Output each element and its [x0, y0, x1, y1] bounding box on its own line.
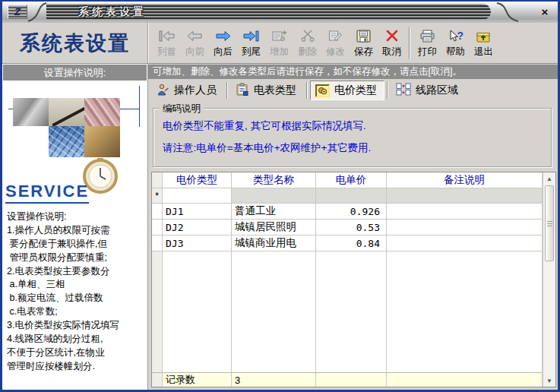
tab-separator — [226, 82, 228, 99]
grid-cell[interactable] — [163, 188, 232, 204]
grid-cell-type[interactable]: DJ1 — [163, 204, 232, 220]
add-record-icon — [265, 26, 293, 46]
row-selector[interactable] — [152, 236, 163, 251]
window-title: 系统表设置 — [78, 5, 147, 19]
toolbar-label: 向前 — [185, 46, 204, 57]
toolbar-label: 打印 — [418, 46, 437, 57]
grid-cell[interactable] — [316, 188, 387, 204]
footer-empty-cell — [316, 372, 387, 387]
meter-clipboard-icon — [236, 83, 249, 98]
go-last-button[interactable]: 到尾 — [237, 26, 265, 58]
grid-cell[interactable] — [387, 188, 543, 204]
grid-cell-note[interactable] — [387, 236, 543, 251]
print-icon — [413, 26, 441, 46]
grid-cell-note[interactable] — [387, 204, 543, 220]
grid-header-row: 电价类型 类型名称 电单价 备注说明 — [152, 172, 543, 188]
grid-cell-price[interactable]: 0.53 — [316, 220, 387, 236]
tab-label: 电价类型 — [334, 84, 377, 97]
tab-label: 操作人员 — [174, 84, 217, 97]
print-button[interactable]: 打印 — [413, 26, 441, 58]
line-area-icon — [396, 83, 411, 98]
titlebar-strip: 系统表设置 — [46, 4, 491, 20]
table-row[interactable]: DJ2 城镇居民照明 0.53 — [152, 220, 543, 236]
grid-cell-name[interactable]: 普通工业 — [232, 204, 316, 220]
go-previous-icon — [181, 26, 209, 46]
go-previous-button[interactable]: 向前 — [181, 26, 209, 58]
cancel-button[interactable]: 取消 — [378, 26, 406, 58]
tab-price-types[interactable]: 电价类型 — [310, 81, 384, 100]
operator-person-icon — [157, 84, 169, 98]
grid-cell-price[interactable]: 0.84 — [316, 236, 387, 251]
keyboard-photo-tile — [49, 126, 84, 157]
table-row[interactable]: DJ3 城镇商业用电 0.84 — [152, 236, 543, 251]
sidebar-header: 设置操作说明: — [3, 65, 147, 81]
scroll-down-button[interactable]: ▼ — [543, 375, 555, 387]
titlebar-curve-right — [494, 2, 520, 23]
service-label: SERVICE — [5, 182, 89, 204]
groupbox-note-line1: 电价类型不能重复, 其它可根据实际情况填写. — [163, 119, 545, 133]
grid-cell-name[interactable]: 城镇商业用电 — [232, 236, 316, 251]
pen-shape — [52, 106, 84, 126]
footer-empty-cell — [387, 372, 543, 387]
grid-cell[interactable] — [232, 188, 316, 204]
close-button[interactable]: × — [538, 5, 552, 19]
vertical-scrollbar[interactable]: ▲ ▼ — [543, 172, 555, 387]
table-row[interactable]: DJ1 普通工业 0.926 — [152, 204, 543, 220]
new-row-marker: * — [152, 188, 163, 204]
grid-filler-cell — [163, 251, 232, 372]
grid-empty-area — [152, 251, 543, 372]
grid-cell-price[interactable]: 0.926 — [316, 204, 387, 220]
exit-button[interactable]: 退出 — [470, 26, 498, 58]
tab-line-areas[interactable]: 线路区域 — [391, 80, 466, 101]
toolbar-label: 向后 — [214, 46, 233, 57]
app-window: Z 系统表设置 × 系统表设置 到首 向前 向后 — [0, 0, 560, 392]
go-last-icon — [237, 26, 265, 46]
grid-filler-cell — [387, 251, 543, 372]
column-header: 备注说明 — [387, 172, 543, 188]
go-first-icon — [153, 26, 181, 46]
tab-label: 电表类型 — [254, 84, 296, 97]
toolbar-label: 增加 — [270, 46, 289, 57]
cancel-icon — [378, 26, 406, 46]
service-collage-image: SERVICE — [2, 92, 147, 204]
scrollbar-track[interactable] — [543, 262, 555, 375]
grid-filler-cell — [152, 251, 163, 372]
go-first-button[interactable]: 到首 — [153, 26, 181, 58]
app-logo-icon: Z — [8, 5, 27, 19]
row-selector-header — [152, 172, 163, 188]
row-selector[interactable] — [152, 220, 163, 236]
footer-selector-cell — [152, 372, 163, 387]
tab-meter-types[interactable]: 电表类型 — [230, 80, 304, 101]
groupbox-title: 编码说明 — [160, 103, 204, 115]
price-money-icon — [315, 84, 330, 97]
modify-record-button[interactable]: 修改 — [321, 26, 350, 58]
scroll-up-button[interactable]: ▲ — [543, 172, 555, 185]
grid-cell-name[interactable]: 城镇居民照明 — [232, 220, 316, 236]
column-header: 电价类型 — [163, 172, 232, 188]
new-record-row[interactable]: * — [152, 188, 543, 204]
grid-cell-type[interactable]: DJ3 — [163, 236, 232, 251]
save-button[interactable]: 保存 — [350, 26, 378, 58]
delete-record-icon — [293, 26, 321, 46]
scrollbar-thumb[interactable] — [545, 185, 554, 261]
coding-instructions-groupbox: 编码说明 电价类型不能重复, 其它可根据实际情况填写. 请注意:电单价=基本电价… — [153, 108, 552, 167]
toolbar-label: 到尾 — [242, 46, 261, 57]
grid-cell-type[interactable]: DJ2 — [163, 220, 232, 236]
grid-table: 电价类型 类型名称 电单价 备注说明 * DJ1 — [152, 172, 543, 387]
toolbar-label: 帮助 — [446, 46, 465, 57]
go-next-button[interactable]: 向后 — [209, 26, 237, 58]
help-button[interactable]: ? 帮助 — [441, 26, 470, 58]
record-count-row: 记录数 3 — [152, 372, 543, 387]
svg-text:?: ? — [457, 30, 464, 42]
sidebar: 设置操作说明: SERVICE — [2, 64, 148, 390]
hint-bar: 可增加、删除、修改各类型后请进行保存，如不保存修改，请点击[取消]。 — [148, 65, 558, 79]
record-count-value: 3 — [232, 372, 316, 387]
tab-separator — [306, 82, 308, 99]
row-selector[interactable] — [152, 204, 163, 220]
tab-operators[interactable]: 操作人员 — [151, 81, 224, 101]
delete-record-button[interactable]: 删除 — [293, 26, 321, 58]
grid-cell-note[interactable] — [387, 220, 543, 236]
add-record-button[interactable]: 增加 — [265, 26, 293, 58]
record-count-label: 记录数 — [163, 372, 232, 387]
titlebar[interactable]: Z 系统表设置 × — [2, 2, 558, 23]
